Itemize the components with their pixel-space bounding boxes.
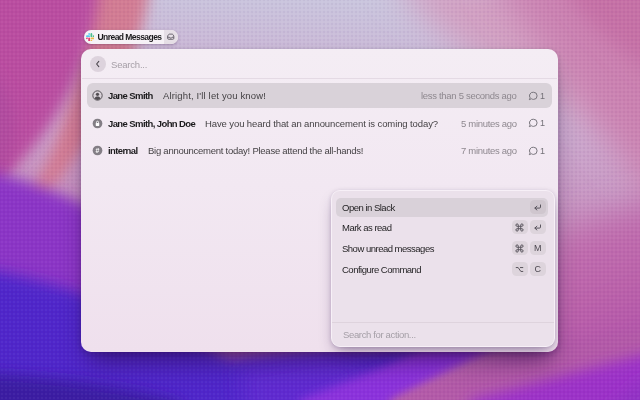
svg-text:#: # (96, 147, 100, 154)
